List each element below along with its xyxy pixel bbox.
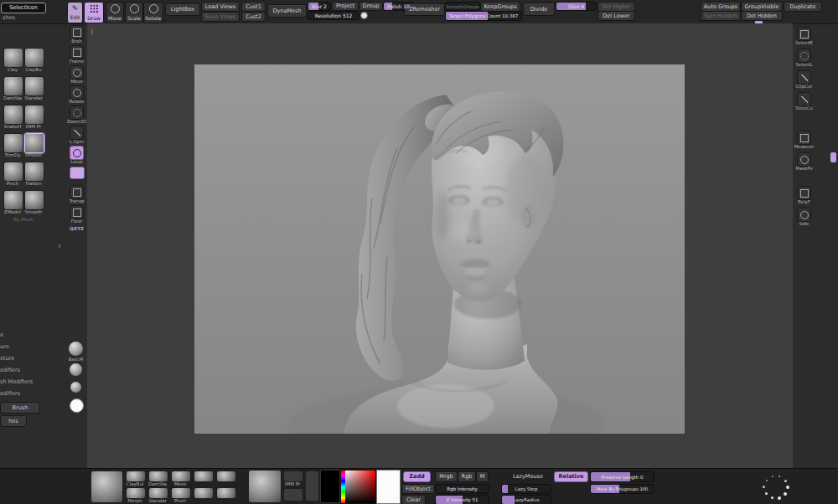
current-color-swatch[interactable] xyxy=(376,470,401,504)
quick-brush-thumb[interactable] xyxy=(148,487,168,499)
document-area[interactable] xyxy=(194,64,685,434)
brush-preview-thumb[interactable] xyxy=(91,471,123,503)
tool-select-lasso[interactable] xyxy=(794,49,815,63)
dynamesh-button[interactable]: DynaMesh xyxy=(267,4,307,18)
tool-zoom3d[interactable] xyxy=(66,105,87,120)
rotation-dots-widget[interactable] xyxy=(754,471,796,503)
brush-thumb-damsta[interactable] xyxy=(3,76,23,96)
project-toggle[interactable]: Project xyxy=(332,2,359,11)
tool-qxyz[interactable]: QXYZ xyxy=(66,226,87,231)
panel-collapse-arrow[interactable]: ‹ xyxy=(58,241,61,250)
group-toggle[interactable]: Group xyxy=(359,2,383,11)
target-polygons-slider[interactable]: Target Polygons Count 10.387 xyxy=(445,11,522,21)
brush-thumb-flatten[interactable] xyxy=(24,162,44,182)
material-sphere-1[interactable] xyxy=(69,342,83,356)
relative-button[interactable]: Relative xyxy=(554,471,588,482)
brush-thumb-claybu[interactable] xyxy=(24,48,44,68)
brush-thumb-smooth[interactable] xyxy=(24,190,44,210)
tool-clip-curve[interactable] xyxy=(794,70,815,85)
clear-button[interactable]: Clear xyxy=(401,495,426,504)
preserve-length-slider[interactable]: Preserve Length 0 xyxy=(590,471,654,482)
brush-thumb-trimdy[interactable] xyxy=(3,133,23,153)
brush-thumb-snakeh[interactable] xyxy=(3,105,23,125)
rgb-button[interactable]: Rgb xyxy=(458,471,476,482)
draw-button[interactable]: Draw xyxy=(84,2,104,23)
scale-button[interactable]: Scale xyxy=(125,2,143,23)
quick-brush-thumb[interactable] xyxy=(171,471,191,482)
del-hidden-button[interactable]: Del Hidden xyxy=(741,11,783,21)
tool-transp[interactable] xyxy=(66,185,87,199)
color-picker[interactable] xyxy=(340,470,376,504)
sdiv-slider[interactable]: SDiv 4 xyxy=(556,2,597,11)
tool-side[interactable] xyxy=(794,208,815,222)
tool-move[interactable] xyxy=(66,65,87,80)
accent-indicator-right[interactable] xyxy=(830,152,836,162)
fillobject-button[interactable]: FillObject xyxy=(401,484,435,494)
edit-button[interactable]: ✎ Edit xyxy=(67,2,83,23)
smoothgroups-slider[interactable]: SmoothGroups xyxy=(445,2,480,11)
blur-slider[interactable]: Blur 2 xyxy=(308,2,331,11)
brush-thumb-immpr[interactable] xyxy=(24,105,44,125)
tool-slice-curve[interactable] xyxy=(794,92,815,106)
tool-measure[interactable] xyxy=(794,131,815,145)
quick-brush-thumb[interactable] xyxy=(216,471,236,482)
tool-blank-active[interactable] xyxy=(70,167,85,179)
rgb-intensity-slider[interactable]: Rgb Intensity xyxy=(435,484,489,494)
material-sphere-2[interactable] xyxy=(70,363,82,376)
zremesher-button[interactable]: ZRemesher xyxy=(404,3,445,16)
brush-thumb-hpolish-selected[interactable] xyxy=(24,133,44,153)
divide-button[interactable]: Divide xyxy=(523,3,555,16)
quick-brush-thumb[interactable] xyxy=(126,471,146,482)
m-button[interactable]: M xyxy=(476,471,489,482)
quick-brush-thumb[interactable] xyxy=(194,487,214,499)
lazy-radius-slider[interactable]: LazyRadius xyxy=(501,495,551,504)
saturation-square[interactable] xyxy=(345,471,375,503)
save-views-button[interactable]: Save Views xyxy=(201,12,240,22)
duplicate-button[interactable]: Duplicate xyxy=(784,2,822,12)
imm-thumb[interactable] xyxy=(283,471,303,482)
tool-relyf[interactable] xyxy=(794,186,815,200)
spin-hidden-button[interactable]: Spin Hidden xyxy=(701,11,741,21)
mask-by-polygroups-slider[interactable]: Mask By Polygroups 100 xyxy=(590,484,654,494)
quick-brush-thumb[interactable] xyxy=(194,471,214,482)
stroke-thumb[interactable] xyxy=(283,488,303,501)
resolution-slider[interactable]: Resolution 512 xyxy=(308,11,360,20)
brush-thumb-zmodel[interactable] xyxy=(3,190,23,210)
cust1-button[interactable]: Cust1 xyxy=(241,2,266,12)
stroke-type-thumb[interactable] xyxy=(305,471,319,501)
rotate-button[interactable]: Rotate xyxy=(143,2,163,23)
load-views-button[interactable]: Load Views xyxy=(201,2,240,12)
alpha-thumb[interactable] xyxy=(320,470,340,503)
tool-mask-pen[interactable] xyxy=(794,152,815,167)
mrgb-button[interactable]: Mrgb xyxy=(435,471,458,482)
tool-rotate[interactable] xyxy=(66,85,87,100)
z-intensity-slider[interactable]: Z Intensity 51 xyxy=(435,495,489,504)
quick-brush-thumb[interactable] xyxy=(148,471,168,482)
color-swatch-circle[interactable] xyxy=(70,399,84,413)
brush-thumb-pinch[interactable] xyxy=(3,162,23,182)
quick-brush-thumb[interactable] xyxy=(216,487,236,499)
tool-frame[interactable] xyxy=(66,45,87,59)
tool-brush[interactable] xyxy=(66,25,87,39)
lazymouse-label[interactable]: LazyMouse xyxy=(513,473,543,480)
tool-select-rect[interactable] xyxy=(794,27,815,41)
cust2-button[interactable]: Cust2 xyxy=(241,12,266,22)
lazy-step-slider[interactable]: Lazy Step xyxy=(501,484,551,494)
zadd-button[interactable]: Zadd xyxy=(403,471,431,482)
move-button[interactable]: Move xyxy=(106,2,124,23)
select-icon-button[interactable]: SelectIcon xyxy=(1,3,46,13)
lightbox-button[interactable]: LightBox xyxy=(165,3,200,16)
tool-local[interactable] xyxy=(66,146,87,160)
sculpture-female-bust[interactable] xyxy=(194,64,685,434)
material-sphere-3[interactable] xyxy=(70,382,81,393)
del-lower-button[interactable]: Del Lower xyxy=(597,11,635,21)
tool-floor[interactable] xyxy=(66,205,87,219)
quick-brush-thumb[interactable] xyxy=(171,487,191,499)
partial-pill-hes[interactable]: hes xyxy=(0,415,27,427)
resolution-dot-button[interactable] xyxy=(360,12,368,19)
brush-thumb-clay[interactable] xyxy=(3,48,23,68)
quick-brush-thumb[interactable] xyxy=(126,487,146,499)
tool-lsym[interactable] xyxy=(66,126,87,140)
current-brush-sphere[interactable] xyxy=(248,470,282,503)
brush-thumb-standar[interactable] xyxy=(24,76,44,96)
